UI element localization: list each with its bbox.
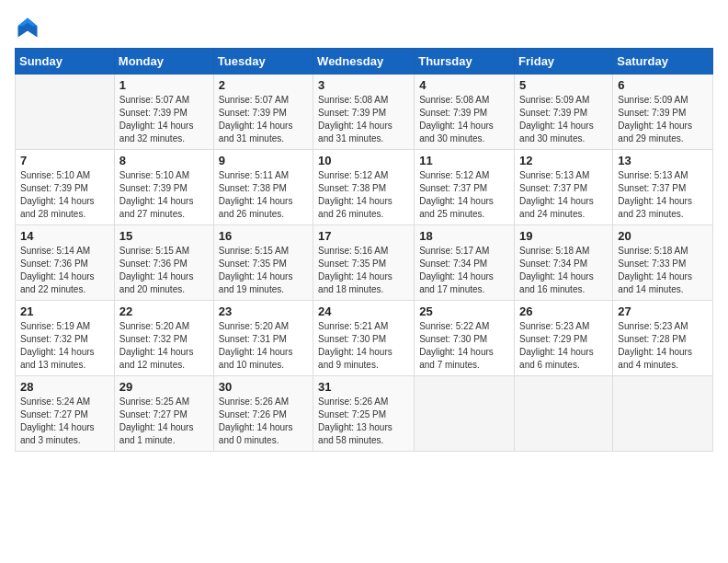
calendar-cell: 7Sunrise: 5:10 AM Sunset: 7:39 PM Daylig… (16, 150, 115, 225)
day-info: Sunrise: 5:09 AM Sunset: 7:39 PM Dayligh… (618, 94, 708, 145)
day-number: 31 (318, 380, 409, 394)
day-number: 26 (519, 304, 608, 318)
day-info: Sunrise: 5:13 AM Sunset: 7:37 PM Dayligh… (519, 169, 608, 221)
day-number: 25 (419, 304, 509, 318)
calendar-cell: 27Sunrise: 5:23 AM Sunset: 7:28 PM Dayli… (613, 301, 713, 376)
calendar-cell: 8Sunrise: 5:10 AM Sunset: 7:39 PM Daylig… (114, 150, 213, 225)
day-info: Sunrise: 5:25 AM Sunset: 7:27 PM Dayligh… (119, 396, 209, 447)
day-info: Sunrise: 5:17 AM Sunset: 7:34 PM Dayligh… (419, 245, 509, 296)
day-info: Sunrise: 5:15 AM Sunset: 7:35 PM Dayligh… (219, 245, 308, 296)
calendar-cell: 9Sunrise: 5:11 AM Sunset: 7:38 PM Daylig… (213, 150, 313, 225)
day-number: 15 (119, 229, 209, 243)
calendar-cell: 2Sunrise: 5:07 AM Sunset: 7:39 PM Daylig… (213, 75, 313, 150)
day-number: 23 (219, 304, 308, 318)
weekday-header: Saturday (613, 49, 713, 75)
day-number: 1 (119, 78, 209, 92)
calendar-cell: 16Sunrise: 5:15 AM Sunset: 7:35 PM Dayli… (213, 225, 313, 301)
logo (15, 15, 44, 40)
day-number: 24 (318, 304, 409, 318)
calendar-cell: 21Sunrise: 5:19 AM Sunset: 7:32 PM Dayli… (16, 301, 115, 376)
day-info: Sunrise: 5:08 AM Sunset: 7:39 PM Dayligh… (419, 94, 509, 145)
calendar-cell: 10Sunrise: 5:12 AM Sunset: 7:38 PM Dayli… (313, 150, 415, 225)
calendar-cell: 20Sunrise: 5:18 AM Sunset: 7:33 PM Dayli… (613, 225, 713, 301)
calendar-week-row: 7Sunrise: 5:10 AM Sunset: 7:39 PM Daylig… (16, 150, 713, 225)
day-number: 10 (318, 154, 409, 167)
day-number: 21 (20, 304, 109, 318)
calendar-header: SundayMondayTuesdayWednesdayThursdayFrid… (16, 49, 713, 75)
day-info: Sunrise: 5:13 AM Sunset: 7:37 PM Dayligh… (618, 169, 708, 221)
day-info: Sunrise: 5:07 AM Sunset: 7:39 PM Dayligh… (219, 94, 308, 145)
calendar-cell: 11Sunrise: 5:12 AM Sunset: 7:37 PM Dayli… (415, 150, 515, 225)
day-number: 22 (119, 304, 209, 318)
day-info: Sunrise: 5:09 AM Sunset: 7:39 PM Dayligh… (519, 94, 608, 145)
calendar-cell: 19Sunrise: 5:18 AM Sunset: 7:34 PM Dayli… (515, 225, 613, 301)
day-info: Sunrise: 5:12 AM Sunset: 7:38 PM Dayligh… (318, 169, 409, 221)
day-info: Sunrise: 5:22 AM Sunset: 7:30 PM Dayligh… (419, 320, 509, 372)
weekday-header: Sunday (16, 49, 115, 75)
calendar-cell: 5Sunrise: 5:09 AM Sunset: 7:39 PM Daylig… (515, 75, 613, 150)
day-number: 14 (20, 229, 109, 243)
day-info: Sunrise: 5:14 AM Sunset: 7:36 PM Dayligh… (20, 245, 109, 296)
day-number: 13 (618, 154, 708, 167)
day-number: 7 (20, 154, 109, 167)
calendar-cell: 17Sunrise: 5:16 AM Sunset: 7:35 PM Dayli… (313, 225, 415, 301)
calendar-cell: 13Sunrise: 5:13 AM Sunset: 7:37 PM Dayli… (613, 150, 713, 225)
day-info: Sunrise: 5:23 AM Sunset: 7:29 PM Dayligh… (519, 320, 608, 372)
calendar-cell: 25Sunrise: 5:22 AM Sunset: 7:30 PM Dayli… (415, 301, 515, 376)
calendar-cell (415, 376, 515, 452)
calendar-cell: 30Sunrise: 5:26 AM Sunset: 7:26 PM Dayli… (213, 376, 313, 452)
calendar-week-row: 14Sunrise: 5:14 AM Sunset: 7:36 PM Dayli… (16, 225, 713, 301)
day-info: Sunrise: 5:23 AM Sunset: 7:28 PM Dayligh… (618, 320, 708, 372)
day-info: Sunrise: 5:10 AM Sunset: 7:39 PM Dayligh… (119, 169, 209, 221)
weekday-row: SundayMondayTuesdayWednesdayThursdayFrid… (16, 49, 713, 75)
day-info: Sunrise: 5:21 AM Sunset: 7:30 PM Dayligh… (318, 320, 409, 372)
calendar-cell: 31Sunrise: 5:26 AM Sunset: 7:25 PM Dayli… (313, 376, 415, 452)
calendar-cell: 28Sunrise: 5:24 AM Sunset: 7:27 PM Dayli… (16, 376, 115, 452)
day-number: 20 (618, 229, 708, 243)
calendar-cell: 24Sunrise: 5:21 AM Sunset: 7:30 PM Dayli… (313, 301, 415, 376)
calendar-cell (16, 75, 115, 150)
weekday-header: Friday (515, 49, 613, 75)
day-number: 19 (519, 229, 608, 243)
calendar-week-row: 1Sunrise: 5:07 AM Sunset: 7:39 PM Daylig… (16, 75, 713, 150)
calendar-cell: 23Sunrise: 5:20 AM Sunset: 7:31 PM Dayli… (213, 301, 313, 376)
weekday-header: Wednesday (313, 49, 415, 75)
calendar-cell: 1Sunrise: 5:07 AM Sunset: 7:39 PM Daylig… (114, 75, 213, 150)
day-number: 4 (419, 78, 509, 92)
day-info: Sunrise: 5:19 AM Sunset: 7:32 PM Dayligh… (20, 320, 109, 372)
day-info: Sunrise: 5:07 AM Sunset: 7:39 PM Dayligh… (119, 94, 209, 145)
day-info: Sunrise: 5:26 AM Sunset: 7:25 PM Dayligh… (318, 396, 409, 447)
calendar-cell: 15Sunrise: 5:15 AM Sunset: 7:36 PM Dayli… (114, 225, 213, 301)
calendar-cell: 14Sunrise: 5:14 AM Sunset: 7:36 PM Dayli… (16, 225, 115, 301)
day-number: 9 (219, 154, 308, 167)
page-header (15, 15, 713, 40)
day-number: 11 (419, 154, 509, 167)
day-number: 8 (119, 154, 209, 167)
day-info: Sunrise: 5:10 AM Sunset: 7:39 PM Dayligh… (20, 169, 109, 221)
day-number: 5 (519, 78, 608, 92)
day-info: Sunrise: 5:16 AM Sunset: 7:35 PM Dayligh… (318, 245, 409, 296)
calendar-cell: 6Sunrise: 5:09 AM Sunset: 7:39 PM Daylig… (613, 75, 713, 150)
weekday-header: Tuesday (213, 49, 313, 75)
day-info: Sunrise: 5:15 AM Sunset: 7:36 PM Dayligh… (119, 245, 209, 296)
calendar-cell: 22Sunrise: 5:20 AM Sunset: 7:32 PM Dayli… (114, 301, 213, 376)
day-number: 2 (219, 78, 308, 92)
day-number: 12 (519, 154, 608, 167)
day-number: 16 (219, 229, 308, 243)
calendar-cell: 26Sunrise: 5:23 AM Sunset: 7:29 PM Dayli… (515, 301, 613, 376)
day-info: Sunrise: 5:08 AM Sunset: 7:39 PM Dayligh… (318, 94, 409, 145)
calendar-week-row: 21Sunrise: 5:19 AM Sunset: 7:32 PM Dayli… (16, 301, 713, 376)
day-info: Sunrise: 5:20 AM Sunset: 7:31 PM Dayligh… (219, 320, 308, 372)
calendar-body: 1Sunrise: 5:07 AM Sunset: 7:39 PM Daylig… (16, 75, 713, 452)
day-info: Sunrise: 5:11 AM Sunset: 7:38 PM Dayligh… (219, 169, 308, 221)
logo-icon (15, 15, 40, 40)
day-number: 18 (419, 229, 509, 243)
calendar-cell: 18Sunrise: 5:17 AM Sunset: 7:34 PM Dayli… (415, 225, 515, 301)
calendar-cell: 29Sunrise: 5:25 AM Sunset: 7:27 PM Dayli… (114, 376, 213, 452)
calendar-cell: 3Sunrise: 5:08 AM Sunset: 7:39 PM Daylig… (313, 75, 415, 150)
day-number: 3 (318, 78, 409, 92)
calendar-week-row: 28Sunrise: 5:24 AM Sunset: 7:27 PM Dayli… (16, 376, 713, 452)
weekday-header: Thursday (415, 49, 515, 75)
day-number: 28 (20, 380, 109, 394)
day-info: Sunrise: 5:24 AM Sunset: 7:27 PM Dayligh… (20, 396, 109, 447)
